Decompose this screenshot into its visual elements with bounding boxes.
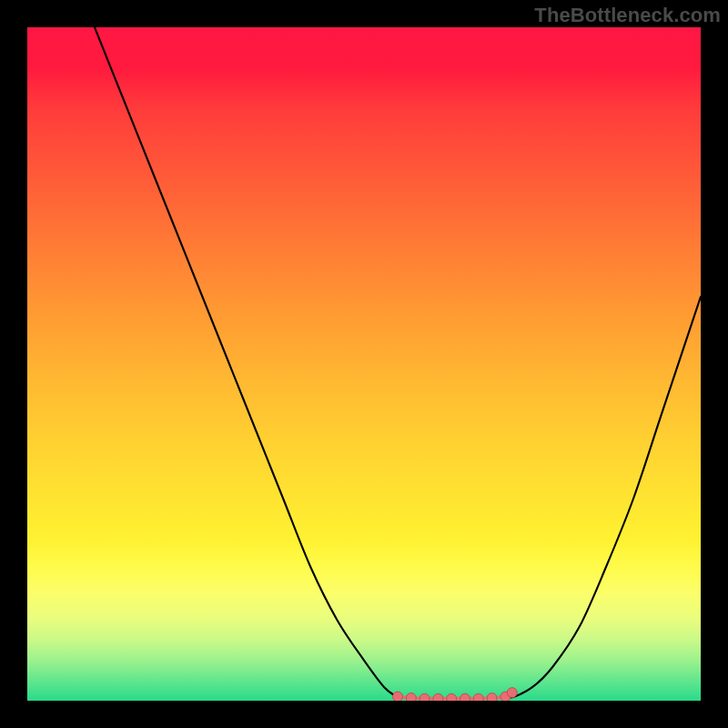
floor-marker [447,693,457,701]
floor-marker [420,693,430,701]
floor-marker [406,693,416,701]
curve-layer [27,27,701,701]
marker-group [393,688,518,701]
floor-marker [473,693,483,701]
chart-stage: TheBottleneck.com [0,0,728,728]
floor-marker [393,692,403,701]
floor-marker [460,693,470,701]
floor-marker [487,693,497,701]
floor-marker [507,688,517,698]
floor-marker [433,693,443,701]
plot-area [27,27,701,701]
bottleneck-curve [95,27,701,699]
curve-group [95,27,701,699]
watermark-label: TheBottleneck.com [534,4,721,27]
